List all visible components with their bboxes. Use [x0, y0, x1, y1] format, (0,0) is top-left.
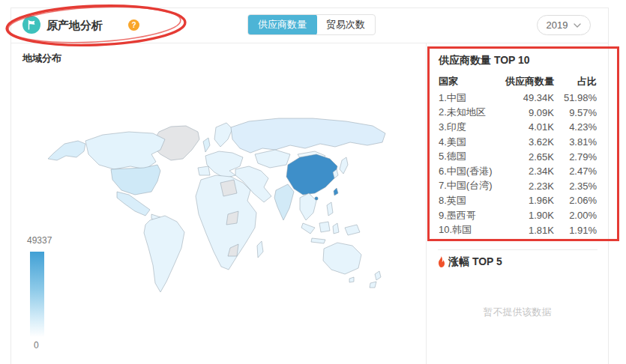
- col-count: 供应商数量: [497, 75, 554, 88]
- year-dropdown[interactable]: 2019: [537, 15, 591, 35]
- chevron-down-icon: [574, 23, 581, 28]
- map-region-japan: [340, 157, 348, 174]
- table-row: 5.德国 2.65K 2.79%: [439, 149, 597, 164]
- world-choropleth-map[interactable]: [39, 94, 408, 325]
- map-panel-title: 地域分布: [22, 52, 61, 65]
- table-row: 3.印度 4.01K 4.23%: [439, 120, 597, 135]
- no-data-message: 暂不提供该数据: [426, 306, 609, 319]
- year-dropdown-value: 2019: [547, 19, 568, 31]
- table-row: 8.英国 1.96K 2.06%: [439, 193, 597, 208]
- section-divider: [438, 249, 598, 250]
- page-title: 原产地分析: [46, 19, 103, 33]
- map-region-usa: [111, 165, 160, 195]
- help-icon[interactable]: ?: [128, 19, 139, 31]
- legend-max-label: 49337: [27, 235, 52, 246]
- table-row: 10.韩国 1.81K 1.91%: [439, 222, 597, 237]
- metric-tab-group: 供应商数量 贸易次数: [247, 14, 376, 35]
- col-share: 占比: [554, 75, 597, 88]
- top10-table: 国家 供应商数量 占比 1.中国 49.34K 51.98% 2.未知地区 9.…: [439, 73, 597, 237]
- top10-title: 供应商数量 TOP 10: [439, 54, 530, 67]
- flame-icon: [436, 256, 446, 268]
- origin-analysis-module: 原产地分析 ? 供应商数量 贸易次数 2019 地域分布: [0, 0, 626, 364]
- map-region-russia: [231, 118, 385, 153]
- map-region-australia: [323, 243, 361, 274]
- table-row: 9.墨西哥 1.90K 2.00%: [439, 208, 597, 223]
- table-row: 2.未知地区 9.09K 9.57%: [439, 106, 597, 121]
- map-region-taiwan: [334, 188, 338, 195]
- map-region-canada: [85, 132, 165, 169]
- tab-trade-count[interactable]: 贸易次数: [316, 15, 375, 34]
- header-divider: [10, 43, 609, 43]
- legend-min-label: 0: [34, 340, 39, 351]
- table-header-row: 国家 供应商数量 占比: [439, 73, 597, 90]
- col-country: 国家: [439, 75, 497, 88]
- map-region-uk: [203, 138, 210, 152]
- legend-gradient-bar: [30, 252, 44, 337]
- table-row: 7.中国(台湾) 2.23K 2.35%: [439, 179, 597, 194]
- map-region-south-america: [144, 216, 184, 292]
- flag-icon: [22, 16, 40, 34]
- table-row: 1.中国 49.34K 51.98%: [439, 91, 597, 106]
- map-region-mexico: [117, 192, 150, 216]
- table-row: 6.中国(香港) 2.34K 2.47%: [439, 164, 597, 179]
- rise-top5-title: 涨幅 TOP 5: [436, 255, 502, 269]
- map-region-alaska: [48, 141, 85, 160]
- tab-supplier-count[interactable]: 供应商数量: [247, 14, 317, 35]
- map-region-china: [286, 154, 337, 195]
- map-region-india: [274, 184, 294, 220]
- table-row: 4.美国 3.62K 3.81%: [439, 135, 597, 150]
